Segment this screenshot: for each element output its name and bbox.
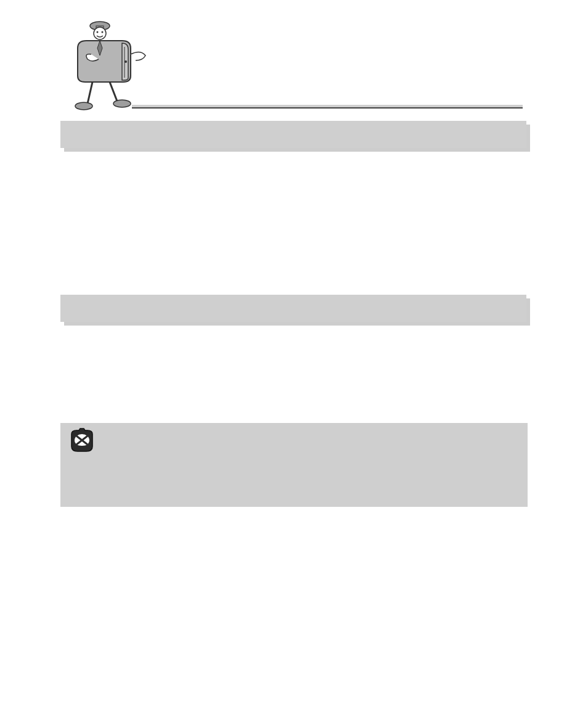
svg-point-4 [102, 31, 104, 33]
mailbox-mascot-icon [67, 17, 153, 116]
section-heading-2 [60, 295, 526, 322]
svg-line-8 [110, 82, 117, 101]
svg-point-3 [97, 31, 99, 33]
svg-line-7 [88, 82, 92, 104]
section-heading-1 [60, 121, 526, 148]
svg-point-6 [125, 60, 127, 63]
document-page [0, 0, 588, 706]
header-divider [132, 105, 523, 109]
note-icon [68, 428, 96, 454]
svg-point-9 [75, 102, 92, 110]
svg-point-2 [94, 27, 106, 39]
note-box [60, 423, 528, 507]
svg-point-10 [113, 100, 131, 107]
